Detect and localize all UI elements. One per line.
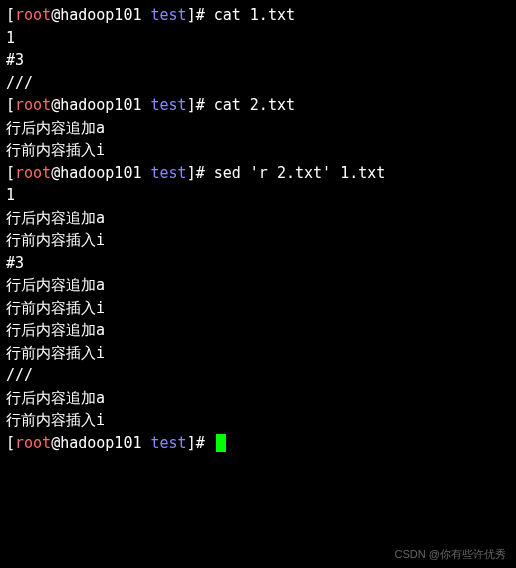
prompt-host: hadoop101: [60, 164, 141, 182]
prompt-path: test: [141, 96, 186, 114]
output-line: 行前内容插入i: [6, 229, 510, 252]
output-line: ///: [6, 72, 510, 95]
prompt-host: hadoop101: [60, 96, 141, 114]
command-text: sed 'r 2.txt' 1.txt: [214, 164, 386, 182]
output-line: 行后内容追加a: [6, 319, 510, 342]
prompt-symbol: #: [196, 164, 214, 182]
prompt-path: test: [141, 164, 186, 182]
prompt-at: @: [51, 6, 60, 24]
output-line: 行后内容追加a: [6, 117, 510, 140]
bracket-close: ]: [187, 6, 196, 24]
prompt-user: root: [15, 96, 51, 114]
prompt-host: hadoop101: [60, 6, 141, 24]
prompt-user: root: [15, 434, 51, 452]
prompt-line: [root@hadoop101 test]# cat 2.txt: [6, 94, 510, 117]
prompt-symbol: #: [196, 434, 214, 452]
prompt-line: [root@hadoop101 test]# sed 'r 2.txt' 1.t…: [6, 162, 510, 185]
cursor-icon: [216, 434, 226, 452]
bracket-open: [: [6, 434, 15, 452]
prompt-line: [root@hadoop101 test]# cat 1.txt: [6, 4, 510, 27]
command-text: cat 1.txt: [214, 6, 295, 24]
output-line: 行前内容插入i: [6, 409, 510, 432]
bracket-close: ]: [187, 434, 196, 452]
output-line: 1: [6, 184, 510, 207]
prompt-path: test: [141, 434, 186, 452]
prompt-user: root: [15, 164, 51, 182]
bracket-open: [: [6, 6, 15, 24]
prompt-host: hadoop101: [60, 434, 141, 452]
bracket-close: ]: [187, 96, 196, 114]
prompt-at: @: [51, 164, 60, 182]
output-line: ///: [6, 364, 510, 387]
prompt-path: test: [141, 6, 186, 24]
prompt-symbol: #: [196, 96, 214, 114]
output-line: #3: [6, 49, 510, 72]
output-line: 行前内容插入i: [6, 342, 510, 365]
prompt-symbol: #: [196, 6, 214, 24]
output-line: 行后内容追加a: [6, 207, 510, 230]
prompt-at: @: [51, 96, 60, 114]
output-line: 行后内容追加a: [6, 387, 510, 410]
prompt-at: @: [51, 434, 60, 452]
output-line: 1: [6, 27, 510, 50]
bracket-close: ]: [187, 164, 196, 182]
command-text: cat 2.txt: [214, 96, 295, 114]
output-line: 行前内容插入i: [6, 297, 510, 320]
terminal[interactable]: [root@hadoop101 test]# cat 1.txt 1 #3 //…: [6, 4, 510, 454]
output-line: 行前内容插入i: [6, 139, 510, 162]
output-line: 行后内容追加a: [6, 274, 510, 297]
output-line: #3: [6, 252, 510, 275]
prompt-user: root: [15, 6, 51, 24]
prompt-line[interactable]: [root@hadoop101 test]#: [6, 432, 510, 455]
bracket-open: [: [6, 96, 15, 114]
bracket-open: [: [6, 164, 15, 182]
watermark: CSDN @你有些许优秀: [395, 546, 506, 563]
